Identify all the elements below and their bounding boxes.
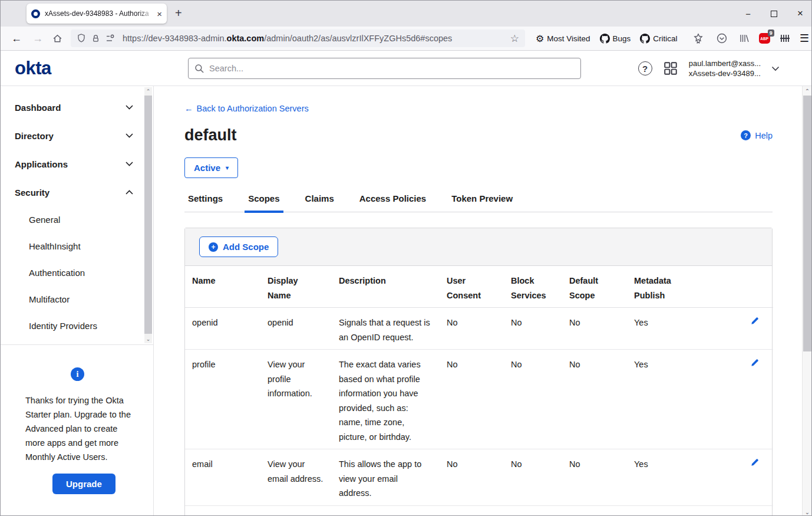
scope-block-services: No [504, 449, 562, 506]
scroll-up-icon[interactable]: ⌃ [144, 87, 152, 96]
permissions-icon[interactable] [105, 34, 115, 43]
scope-display-name: View your email address. [260, 449, 332, 506]
edit-scope-button[interactable] [750, 514, 759, 516]
chevron-down-icon [126, 133, 133, 138]
scope-block-services: No [504, 505, 562, 516]
home-icon[interactable] [52, 34, 62, 44]
url-bar[interactable]: https://dev-9348983-admin.okta.com/admin… [71, 29, 525, 47]
pocket-icon[interactable] [717, 33, 727, 44]
sidebar-scrollbar[interactable]: ⌃ ⌄ [144, 87, 152, 343]
search-box[interactable] [188, 58, 581, 79]
sidebar-subitem-label: Identity Providers [29, 321, 97, 331]
chevron-up-icon [126, 190, 133, 195]
promo-text: Thanks for trying the Okta Starter plan.… [25, 393, 135, 464]
containers-fence-icon[interactable] [780, 34, 790, 43]
sidebar-item-security[interactable]: Security [1, 178, 153, 206]
scope-display-name: View your address. [260, 505, 332, 516]
scope-user-consent: No [440, 505, 504, 516]
menu-icon[interactable]: ☰ [800, 32, 809, 45]
close-icon[interactable]: × [797, 8, 803, 19]
forward-icon[interactable]: → [32, 32, 43, 45]
pencil-icon [750, 317, 759, 326]
edit-scope-button[interactable] [750, 315, 759, 330]
sidebar-nav: Dashboard Directory Applications Securit… [1, 86, 153, 344]
scroll-down-icon[interactable]: ⌄ [803, 507, 812, 516]
minimize-icon[interactable]: − [745, 9, 751, 19]
sidebar-item-authentication[interactable]: Authentication [1, 259, 153, 286]
okta-favicon-icon [31, 9, 40, 18]
col-header-actions [732, 266, 773, 308]
tab-token-preview[interactable]: Token Preview [448, 193, 516, 212]
col-header-display-name: Display Name [260, 266, 332, 308]
sidebar-item-identity-providers[interactable]: Identity Providers [1, 313, 153, 339]
adblock-plus-icon[interactable]: ABP 9 [759, 33, 770, 44]
account-menu[interactable]: paul.lambert@xass... xAssets-dev-93489..… [689, 58, 761, 78]
help-link[interactable]: ? Help [741, 130, 773, 140]
tab-close-icon[interactable]: × [157, 9, 162, 19]
sidebar-scrollbar-thumb[interactable] [144, 96, 152, 334]
sidebar-item-general[interactable]: General [1, 206, 153, 233]
scroll-up-icon[interactable]: ⌃ [803, 86, 812, 96]
new-tab-button[interactable]: + [175, 7, 182, 19]
library-icon[interactable] [739, 34, 750, 43]
browser-tab[interactable]: xAssets-dev-9348983 - Authoriza × [27, 4, 167, 24]
page-scrollbar[interactable]: ⌃ ⌄ [802, 86, 811, 516]
sidebar-item-healthinsight[interactable]: HealthInsight [1, 233, 153, 259]
tab-settings[interactable]: Settings [184, 193, 226, 212]
okta-logo[interactable]: okta [15, 58, 51, 79]
account-org: xAssets-dev-93489... [689, 68, 761, 78]
back-to-authorization-servers-link[interactable]: ← Back to Authorization Servers [184, 104, 309, 113]
scroll-down-icon[interactable]: ⌄ [144, 335, 152, 343]
upgrade-button[interactable]: Upgrade [52, 474, 115, 494]
ribbon-star-icon[interactable] [693, 33, 704, 44]
github-icon[interactable] [600, 34, 610, 44]
sidebar-subitem-label: Authentication [29, 268, 85, 278]
scope-description: This allows the app to view your email a… [332, 449, 440, 506]
most-visited-gear-icon[interactable]: ⚙ [536, 33, 544, 44]
edit-scope-button[interactable] [750, 357, 759, 372]
col-header-block-services: Block Services [504, 266, 562, 308]
sidebar-item-applications[interactable]: Applications [1, 150, 153, 178]
help-question-icon[interactable]: ? [638, 61, 652, 75]
col-header-default-scope: Default Scope [562, 266, 627, 308]
sidebar-item-directory[interactable]: Directory [1, 121, 153, 150]
back-icon[interactable]: ← [11, 32, 22, 45]
table-row: openid openid Signals that a request is … [185, 308, 773, 350]
tab-access-policies[interactable]: Access Policies [356, 193, 430, 212]
critical-bookmark-label[interactable]: Critical [653, 34, 677, 43]
most-visited-label[interactable]: Most Visited [547, 34, 590, 43]
scope-description: This allows the app to view your address… [332, 505, 440, 516]
sidebar-item-multifactor[interactable]: Multifactor [1, 286, 153, 313]
github-icon[interactable] [640, 34, 650, 44]
active-status-dropdown[interactable]: Active ▾ [184, 157, 238, 178]
scope-name: profile [185, 350, 260, 449]
tab-scopes[interactable]: Scopes [245, 193, 283, 212]
edit-scope-button[interactable] [750, 457, 759, 472]
upgrade-promo: i Thanks for trying the Okta Starter pla… [1, 344, 153, 516]
main-content: ← Back to Authorization Servers default … [154, 86, 803, 516]
sidebar: Dashboard Directory Applications Securit… [1, 86, 154, 516]
maximize-icon[interactable] [771, 11, 777, 17]
scope-default-scope: No [562, 505, 627, 516]
col-header-name: Name [185, 266, 260, 308]
sidebar-item-dashboard[interactable]: Dashboard [1, 93, 153, 121]
bookmark-star-icon[interactable]: ☆ [510, 32, 519, 45]
scope-description: Signals that a request is an OpenID requ… [332, 308, 440, 350]
search-input[interactable] [209, 64, 575, 73]
scope-default-scope: No [562, 308, 627, 350]
lock-icon[interactable] [91, 34, 100, 43]
shield-icon[interactable] [77, 34, 86, 43]
sidebar-item-label: Directory [15, 131, 54, 141]
add-scope-button[interactable]: + Add Scope [199, 236, 278, 257]
scope-default-scope: No [562, 449, 627, 506]
sidebar-subitem-label: Multifactor [29, 294, 70, 304]
bugs-bookmark-label[interactable]: Bugs [613, 34, 631, 43]
tab-claims[interactable]: Claims [302, 193, 338, 212]
scope-block-services: No [504, 350, 562, 449]
account-chevron-down-icon[interactable] [771, 66, 780, 71]
scope-display-name: openid [260, 308, 332, 350]
page-scrollbar-thumb[interactable] [803, 96, 811, 351]
chevron-down-icon [126, 162, 133, 166]
back-arrow-icon: ← [184, 104, 193, 113]
apps-grid-icon[interactable] [663, 61, 678, 76]
